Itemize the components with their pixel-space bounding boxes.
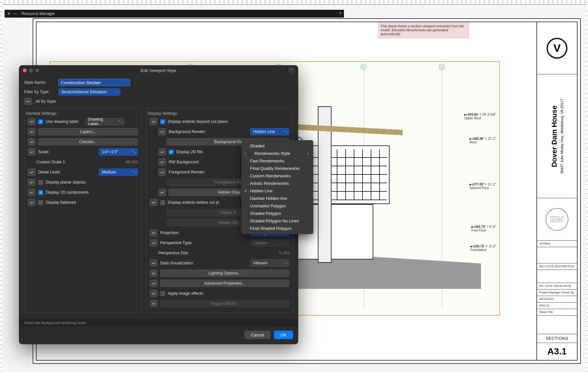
display-flattened-checkbox[interactable] bbox=[38, 200, 43, 205]
bg-render-select[interactable]: Hidden Line bbox=[250, 128, 289, 135]
style-name-label: Style Name: bbox=[24, 80, 55, 85]
display-2d-fills-checkbox[interactable] bbox=[169, 150, 174, 155]
dialog-title: Edit Viewport Style bbox=[19, 68, 298, 73]
sheet-number: A3.1 bbox=[537, 343, 577, 360]
by-style-toggle[interactable]: ↩ bbox=[158, 169, 166, 176]
cancel-button[interactable]: Cancel bbox=[244, 331, 271, 339]
by-style-toggle[interactable]: ↩ bbox=[28, 148, 36, 156]
display-planar-label: Display planar objects bbox=[46, 180, 85, 185]
chevron-right-icon: › bbox=[307, 151, 309, 156]
logo-icon: V bbox=[547, 38, 567, 59]
ruler-top bbox=[0, 0, 588, 5]
title-block: V Dover Dam House 38437 John Mosby Hwy, … bbox=[536, 22, 577, 360]
logo-cell: V bbox=[537, 22, 577, 74]
by-style-toggle[interactable]: ↩ bbox=[150, 118, 158, 125]
sheet-annotation-note: This sheet shows a section viewport extr… bbox=[378, 22, 469, 38]
by-style-toggle[interactable]: ↩ bbox=[24, 98, 32, 105]
extents-beyond-checkbox[interactable] bbox=[160, 119, 165, 124]
menu-item-unshaded-polygon[interactable]: Unshaded Polygon bbox=[241, 202, 313, 210]
perspective-type-select: Custom bbox=[250, 239, 289, 246]
by-style-toggle[interactable]: ↩ bbox=[158, 128, 166, 135]
extents-beyond-label: Display extents beyond cut plane: bbox=[168, 119, 229, 124]
by-style-toggle[interactable]: ↩ bbox=[158, 158, 166, 166]
elevation-marker: ▸+286.86' = 21'-2"Roof bbox=[470, 137, 496, 144]
filter-type-label: Filter by Type: bbox=[24, 90, 55, 94]
by-style-toggle[interactable]: ↩ bbox=[150, 300, 158, 307]
by-style-toggle[interactable]: ↩ bbox=[28, 199, 36, 206]
detail-level-select[interactable]: Medium bbox=[99, 169, 138, 176]
scale-select[interactable]: 1/4"=1'0" bbox=[99, 148, 138, 156]
by-style-toggle[interactable]: ↩ bbox=[150, 199, 158, 206]
tb-pm: Project Manager Drawn By bbox=[537, 290, 577, 296]
data-viz-select[interactable]: <None> bbox=[250, 260, 289, 267]
custom-scale-label: Custom Scale 1: bbox=[36, 160, 93, 164]
stamp-cell: DISTRICT OF COLUMBIA · ARCHITECT bbox=[537, 198, 577, 241]
menu-item-shaded[interactable]: Shaded bbox=[241, 142, 313, 150]
menu-item-shaded-polygon[interactable]: Shaded Polygon bbox=[241, 210, 313, 217]
ok-button[interactable]: OK bbox=[274, 331, 293, 339]
minimize-icon[interactable]: — bbox=[13, 11, 17, 16]
tb-rev-body bbox=[537, 270, 577, 283]
extents-before-checkbox[interactable] bbox=[160, 200, 165, 205]
by-style-toggle[interactable]: ↩ bbox=[150, 270, 158, 277]
by-style-toggle[interactable]: ↩ bbox=[28, 179, 36, 186]
by-style-toggle[interactable]: ↩ bbox=[28, 169, 36, 176]
custom-scale-value: 48.000 bbox=[96, 160, 138, 164]
tb-blank bbox=[537, 247, 577, 263]
display-2d-components-label: Display 2D components bbox=[46, 190, 89, 195]
drawing-label-select[interactable]: Drawing Label... bbox=[85, 118, 124, 125]
by-style-toggle[interactable]: ↩ bbox=[150, 280, 158, 287]
sheet-category: SECTIONS bbox=[537, 334, 577, 343]
menu-item-artistic-renderworks[interactable]: Artistic Renderworks bbox=[241, 180, 313, 187]
by-style-toggle[interactable]: ↩ bbox=[28, 118, 36, 125]
by-style-toggle[interactable]: ↩ bbox=[158, 189, 166, 196]
image-effects-button: Image Effects... bbox=[160, 300, 289, 307]
use-drawing-label-checkbox[interactable] bbox=[38, 119, 43, 124]
by-style-toggle[interactable]: ↩ bbox=[28, 128, 36, 135]
image-effects-label: Apply image effects bbox=[168, 291, 203, 296]
all-by-style-label: All By Style bbox=[35, 99, 56, 104]
dialog-footer: Cancel OK bbox=[19, 327, 298, 344]
tb-rev-header: REV DATE DESCRIPTION bbox=[537, 263, 577, 270]
by-style-toggle[interactable]: ↩ bbox=[28, 138, 36, 145]
menu-item-shaded-polygon-no-lines[interactable]: Shaded Polygon No Lines bbox=[241, 217, 313, 225]
ruler-right bbox=[586, 0, 588, 372]
tb-year: 2022.01 bbox=[537, 303, 577, 309]
architect-stamp: DISTRICT OF COLUMBIA · ARCHITECT bbox=[546, 208, 568, 231]
classes-button[interactable]: Classes... bbox=[38, 138, 138, 145]
image-effects-checkbox[interactable] bbox=[160, 291, 165, 296]
display-2d-components-checkbox[interactable] bbox=[38, 190, 43, 195]
bg-render-dropdown-menu: Shaded •Renderworks Style› Fast Renderwo… bbox=[241, 140, 313, 234]
menu-item-renderworks-style[interactable]: •Renderworks Style› bbox=[241, 150, 313, 157]
by-style-toggle[interactable]: ↩ bbox=[150, 260, 158, 267]
tb-date: 08/15/2022 bbox=[537, 296, 577, 303]
resource-manager-titlebar[interactable]: ✕ — Resource Manager ? bbox=[5, 10, 344, 18]
close-icon[interactable]: ✕ bbox=[7, 11, 10, 16]
menu-item-final-shaded-polygon[interactable]: Final Shaded Polygon bbox=[241, 225, 313, 232]
help-icon[interactable]: ? bbox=[339, 11, 341, 16]
by-style-toggle[interactable]: ↩ bbox=[150, 239, 158, 246]
style-name-input[interactable] bbox=[58, 79, 130, 86]
lighting-options-button[interactable]: Lighting Options... bbox=[160, 270, 289, 277]
by-style-toggle[interactable]: ↩ bbox=[28, 189, 36, 196]
menu-item-dashed-hidden-line[interactable]: Dashed Hidden line bbox=[241, 195, 313, 202]
rw-background-label: RW Background: bbox=[169, 160, 199, 164]
tb-sheet-title: Sheet Title bbox=[537, 309, 577, 316]
scale-label: Scale: bbox=[38, 150, 93, 154]
filter-type-select[interactable]: Section/Interior Elevation bbox=[58, 88, 120, 96]
display-settings-header: Display Settings: bbox=[147, 111, 293, 118]
by-style-toggle[interactable]: ↩ bbox=[150, 290, 158, 297]
by-style-toggle[interactable]: ↩ bbox=[158, 148, 166, 156]
menu-item-hidden-line[interactable]: Hidden Line bbox=[241, 187, 313, 195]
project-address: 38437 John Mosby Hwy, Middleburg, VA 201… bbox=[560, 98, 564, 173]
ruler-left bbox=[0, 0, 2, 372]
display-planar-checkbox[interactable] bbox=[38, 180, 43, 185]
menu-item-custom-renderworks[interactable]: Custom Renderworks bbox=[241, 172, 313, 180]
layers-button[interactable]: Layers... bbox=[38, 128, 138, 135]
by-style-toggle[interactable]: ↩ bbox=[150, 229, 158, 236]
dialog-titlebar[interactable]: Edit Viewport Style ? bbox=[19, 65, 298, 76]
grid-bubble: G bbox=[439, 64, 445, 70]
menu-item-final-quality[interactable]: Final Quality Renderworks bbox=[241, 165, 313, 172]
menu-item-fast-renderworks[interactable]: Fast Renderworks bbox=[241, 157, 313, 165]
advanced-properties-button[interactable]: Advanced Properties... bbox=[160, 280, 289, 287]
